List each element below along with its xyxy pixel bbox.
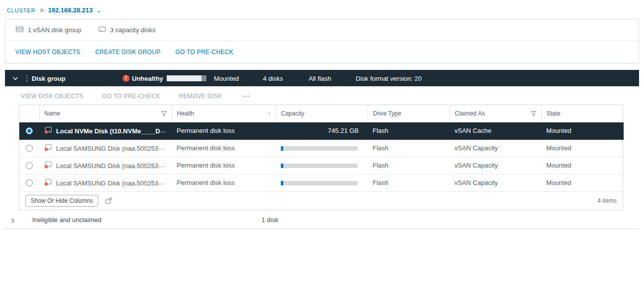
disk-group-count: 1 vSAN disk group: [15, 26, 81, 34]
drive-type-cell: Flash: [368, 157, 450, 174]
table-row[interactable]: Local SAMSUNG Disk (naa.5002538a4...Perm…: [19, 174, 624, 191]
row-select-cell: [19, 139, 39, 157]
table-header-row: Name Health ↑ Capacity Drive Type: [19, 105, 624, 122]
summary-counts-row: 1 vSAN disk group 3 capacity disks: [5, 19, 639, 41]
row-select-cell: [19, 157, 39, 174]
state-cell: Mounted: [541, 157, 624, 174]
ineligible-section-row[interactable]: Ineligible and unclaimed 1 disk: [5, 212, 639, 229]
health-cell: Permanent disk loss: [172, 174, 276, 191]
disk-name: Local NVMe Disk (t10.NVMe____Dell_...: [56, 126, 172, 134]
drive-type-cell: Flash: [368, 139, 450, 157]
capacity-cell: [276, 139, 368, 157]
state-cell: Mounted: [541, 122, 624, 139]
claimed-as-cell: vSAN Capacity: [450, 174, 541, 191]
health-bar: [167, 75, 206, 81]
disk-alert-icon: [44, 161, 53, 170]
drive-type-cell: Flash: [368, 174, 450, 191]
row-radio[interactable]: [26, 127, 33, 134]
disk-alert-icon: [44, 126, 53, 135]
capacity-cell: [276, 174, 368, 191]
ineligible-disk-count: 1 disk: [261, 216, 278, 224]
capacity-cell: [276, 157, 368, 174]
claimed-as-cell: vSAN Cache: [450, 122, 541, 139]
expand-chevron-right-icon[interactable]: [11, 218, 15, 225]
row-radio[interactable]: [26, 162, 33, 169]
row-radio[interactable]: [26, 145, 33, 152]
disk-alert-icon: [44, 178, 53, 187]
claimed-as-cell: vSAN Capacity: [450, 157, 541, 174]
column-header-drive-type[interactable]: Drive Type: [368, 105, 450, 122]
column-header-state[interactable]: State: [541, 105, 624, 122]
disk-name: Local SAMSUNG Disk (naa.5002538a4...: [56, 178, 172, 186]
column-header-health[interactable]: Health ↑: [172, 105, 276, 122]
capacity-disk-count: 3 capacity disks: [98, 26, 156, 34]
kebab-menu-icon[interactable]: ⋮: [23, 74, 31, 83]
disk-alert-icon: [44, 144, 53, 153]
state-cell: Mounted: [541, 139, 624, 157]
toolbar-go-to-pre-check-button[interactable]: GO TO PRE-CHECK: [102, 93, 160, 100]
create-disk-group-button[interactable]: CREATE DISK GROUP: [95, 49, 161, 56]
health-cell: Permanent disk loss: [172, 139, 276, 157]
filter-icon[interactable]: [161, 111, 167, 116]
disk-name: Local SAMSUNG Disk (naa.5002538a4...: [56, 144, 172, 152]
capacity-bar: [281, 146, 358, 151]
disk-format-version: Disk format version: 20: [356, 74, 422, 82]
disk-table-body: Local NVMe Disk (t10.NVMe____Dell_...Per…: [19, 122, 624, 191]
disk-actions-toolbar: VIEW DISK OBJECTS GO TO PRE-CHECK REMOVE…: [0, 86, 644, 105]
health-bar-fill: [167, 75, 201, 81]
unhealthy-alert-icon: [123, 75, 129, 82]
sort-ascending-icon[interactable]: ↑: [268, 110, 271, 117]
breadcrumb-host-link[interactable]: 192.168.28.213: [48, 6, 93, 14]
capacity-disk-count-label: 3 capacity disks: [110, 26, 156, 34]
capacity-disk-icon: [98, 26, 106, 34]
column-header-name[interactable]: Name: [39, 105, 172, 122]
view-disk-objects-button[interactable]: VIEW DISK OBJECTS: [21, 93, 83, 100]
capacity-bar: [281, 164, 358, 168]
show-hide-columns-button[interactable]: Show Or Hide Columns: [25, 195, 98, 207]
disk-count: 4 disks: [263, 74, 283, 82]
row-select-cell: [19, 174, 39, 191]
name-cell: Local SAMSUNG Disk (naa.5002538a4...: [39, 174, 172, 191]
table-row[interactable]: Local NVMe Disk (t10.NVMe____Dell_...Per…: [19, 122, 624, 139]
breadcrumb-cluster-link[interactable]: CLUSTER: [7, 7, 36, 13]
host-dropdown-caret-icon[interactable]: ⌄: [96, 7, 101, 13]
export-icon[interactable]: [105, 197, 113, 204]
disk-group-header: ⋮ Disk group Unhealthy Mounted 4 disks A…: [5, 70, 639, 86]
table-row[interactable]: Local SAMSUNG Disk (naa.5002538a4...Perm…: [19, 139, 624, 157]
view-host-objects-button[interactable]: VIEW HOST OBJECTS: [15, 49, 80, 56]
disk-name: Local SAMSUNG Disk (naa.5002538a4...: [56, 161, 172, 169]
column-header-capacity[interactable]: Capacity: [276, 105, 368, 122]
name-cell: Local SAMSUNG Disk (naa.5002538a4...: [39, 157, 172, 174]
go-to-pre-check-button[interactable]: GO TO PRE-CHECK: [175, 49, 233, 56]
health-status: Unhealthy: [132, 74, 163, 82]
disk-group-count-label: 1 vSAN disk group: [28, 26, 81, 34]
remove-disk-button[interactable]: REMOVE DISK: [179, 93, 222, 100]
table-row[interactable]: Local SAMSUNG Disk (naa.5002538a4...Perm…: [19, 157, 624, 174]
claimed-as-cell: vSAN Capacity: [450, 139, 541, 157]
capacity-cell: 745.21 GB: [276, 122, 368, 139]
ineligible-section-label: Ineligible and unclaimed: [32, 216, 101, 224]
mount-state: Mounted: [214, 74, 239, 82]
breadcrumb: CLUSTER > 192.168.28.213 ⌄: [0, 0, 644, 19]
filter-icon[interactable]: [531, 111, 536, 116]
more-actions-button[interactable]: ···: [241, 92, 253, 100]
drive-type-cell: Flash: [368, 122, 450, 139]
host-summary-panel: 1 vSAN disk group 3 capacity disks VIEW …: [5, 19, 639, 63]
disk-group-icon: [15, 26, 24, 34]
column-header-claimed-as[interactable]: Claimed As: [450, 105, 541, 122]
row-select-cell: [19, 122, 39, 139]
breadcrumb-separator: >: [40, 7, 44, 14]
select-column-header: [19, 105, 39, 122]
capacity-bar: [281, 181, 358, 185]
health-cell: Permanent disk loss: [172, 157, 276, 174]
name-cell: Local NVMe Disk (t10.NVMe____Dell_...: [39, 122, 172, 139]
disk-group-title: Disk group: [32, 74, 65, 82]
health-cell: Permanent disk loss: [172, 122, 276, 139]
state-cell: Mounted: [541, 174, 624, 191]
table-footer: Show Or Hide Columns 4 items: [19, 192, 623, 210]
collapse-chevron-down-icon[interactable]: [12, 74, 18, 82]
row-radio[interactable]: [26, 179, 33, 186]
name-cell: Local SAMSUNG Disk (naa.5002538a4...: [39, 139, 172, 157]
items-count: 4 items: [597, 197, 617, 204]
flash-type: All flash: [309, 74, 331, 82]
